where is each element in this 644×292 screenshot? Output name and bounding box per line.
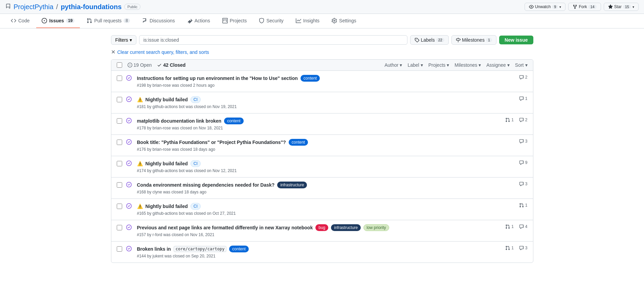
open-count[interactable]: 19 Open	[128, 62, 152, 68]
repo-name[interactable]: pythia-foundations	[61, 3, 121, 11]
issue-label[interactable]: content	[301, 75, 320, 82]
tab-insights[interactable]: Insights	[290, 14, 325, 28]
issue-label[interactable]: content	[229, 246, 248, 252]
star-count: 15	[623, 5, 631, 9]
milestones-button[interactable]: Milestones 1	[451, 35, 496, 45]
issue-checkbox[interactable]	[117, 76, 122, 81]
issue-checkbox[interactable]	[117, 225, 122, 230]
tab-security-label: Security	[266, 18, 284, 23]
search-input[interactable]	[139, 35, 408, 45]
pr-count: 1	[505, 246, 514, 250]
tab-pull-requests[interactable]: Pull requests 8	[81, 14, 135, 28]
tab-issues[interactable]: Issues 19	[36, 14, 80, 28]
filter-button[interactable]: Filters ▾	[111, 35, 136, 45]
unwatch-button[interactable]: Unwatch 9 ▾	[525, 3, 566, 11]
milestones-chevron: ▾	[479, 62, 481, 68]
warning-icon: ⚠️	[137, 161, 143, 166]
closed-issue-icon	[126, 246, 133, 253]
issue-checkbox[interactable]	[117, 161, 122, 166]
tab-discussions[interactable]: Discussions	[137, 14, 180, 28]
issue-label[interactable]: bug	[315, 224, 328, 231]
issue-checkbox[interactable]	[117, 182, 122, 188]
filter-chevron: ▾	[130, 37, 132, 43]
closed-issue-icon	[126, 75, 133, 82]
tab-actions[interactable]: Actions	[182, 14, 216, 28]
issue-right: 1 2	[505, 118, 527, 122]
issue-label[interactable]: CI	[191, 203, 201, 210]
issue-title[interactable]: Conda environment missing dependencies n…	[137, 182, 275, 188]
sort-chevron: ▾	[525, 62, 528, 68]
star-dropdown[interactable]: ▾	[632, 5, 634, 9]
milestones-filter[interactable]: Milestones ▾	[454, 62, 481, 68]
comment-count: 2	[519, 118, 528, 122]
issue-checkbox[interactable]	[117, 118, 122, 124]
issue-row: Instructions for setting up run environm…	[111, 71, 533, 92]
issue-title[interactable]: Nightly build failed	[146, 97, 188, 102]
comment-count: 3	[519, 246, 528, 250]
issue-title[interactable]: matplotlib documentation link broken	[137, 118, 222, 124]
issue-content: matplotlib documentation link broken con…	[137, 118, 502, 130]
open-count-text: 19 Open	[134, 62, 152, 68]
issue-row: Previous and next page links are formatt…	[111, 220, 533, 242]
issue-right: 3	[519, 182, 528, 186]
issue-label[interactable]: infrastructure	[277, 182, 307, 188]
new-issue-button[interactable]: New issue	[499, 36, 533, 44]
projects-filter[interactable]: Projects ▾	[428, 62, 449, 68]
star-button[interactable]: Star 15 ▾	[604, 3, 639, 11]
select-all-checkbox[interactable]	[117, 62, 122, 68]
issue-checkbox[interactable]	[117, 97, 122, 102]
repo-icon	[5, 3, 11, 11]
issue-content: Previous and next page links are formatt…	[137, 224, 502, 237]
label-filter[interactable]: Label ▾	[407, 62, 423, 68]
clear-filter: ✕ Clear current search query, filters, a…	[111, 49, 533, 55]
issue-content: Instructions for setting up run environm…	[137, 75, 515, 88]
issue-content: Broken links in core/cartopy/cartopy con…	[137, 246, 502, 258]
fork-button[interactable]: Fork 14	[568, 3, 601, 11]
clear-filter-icon[interactable]: ✕	[111, 49, 115, 55]
author-filter[interactable]: Author ▾	[384, 62, 402, 68]
unwatch-dropdown[interactable]: ▾	[559, 5, 561, 9]
tab-code[interactable]: Code	[5, 14, 35, 28]
labels-button[interactable]: Labels 22	[410, 35, 449, 45]
issue-checkbox[interactable]	[117, 246, 122, 252]
issue-title[interactable]: Nightly build failed	[146, 204, 188, 209]
filter-label: Filters	[115, 37, 128, 43]
assignee-filter[interactable]: Assignee ▾	[486, 62, 510, 68]
issue-content: Conda environment missing dependencies n…	[137, 182, 515, 194]
issue-label[interactable]: content	[224, 118, 243, 124]
projects-filter-label: Projects	[428, 62, 446, 68]
issue-title[interactable]: Instructions for setting up run environm…	[137, 76, 298, 81]
clear-filter-link[interactable]: Clear current search query, filters, and…	[117, 49, 209, 55]
issue-meta: #176 by brian-rose was closed 18 days ag…	[137, 147, 515, 152]
warning-icon: ⚠️	[137, 204, 143, 209]
issue-meta: #165 by github-actions bot was closed on…	[137, 211, 515, 216]
issue-checkbox[interactable]	[117, 204, 122, 209]
issue-label[interactable]: CI	[191, 96, 201, 103]
issue-title[interactable]: Broken links in	[137, 246, 171, 252]
org-name[interactable]: ProjectPythia	[14, 3, 53, 11]
tab-settings[interactable]: Settings	[326, 14, 362, 28]
sort-filter-label: Sort	[515, 62, 524, 68]
tab-projects[interactable]: Projects	[217, 14, 252, 28]
tab-settings-label: Settings	[339, 18, 356, 23]
issue-content: ⚠️ Nightly build failed CI #174 by githu…	[137, 160, 515, 173]
issue-title[interactable]: Previous and next page links are formatt…	[137, 225, 313, 230]
issue-label[interactable]: content	[289, 139, 308, 146]
issue-title[interactable]: Book title: "Pythia Foundations" or "Pro…	[137, 140, 286, 145]
closed-issue-icon	[126, 161, 133, 167]
issue-label[interactable]: low priority	[363, 224, 389, 231]
sort-filter[interactable]: Sort ▾	[515, 62, 528, 68]
tab-pr-count: 8	[124, 18, 130, 23]
label-filter-label: Label	[407, 62, 419, 68]
issue-label[interactable]: infrastructure	[331, 224, 361, 231]
comment-count: 1	[519, 96, 528, 101]
closed-count[interactable]: 42 Closed	[157, 62, 185, 68]
issue-label[interactable]: CI	[191, 160, 201, 167]
tab-security[interactable]: Security	[253, 14, 289, 28]
author-filter-label: Author	[384, 62, 398, 68]
issue-meta: #168 by clyne was closed 18 days ago	[137, 190, 515, 194]
issue-title[interactable]: Nightly build failed	[146, 161, 188, 166]
issues-container: 19 Open 42 Closed Author ▾ Label ▾ Proje…	[111, 59, 533, 263]
issue-meta: #144 by jukent was closed on Sep 20, 202…	[137, 254, 502, 258]
issue-checkbox[interactable]	[117, 140, 122, 145]
